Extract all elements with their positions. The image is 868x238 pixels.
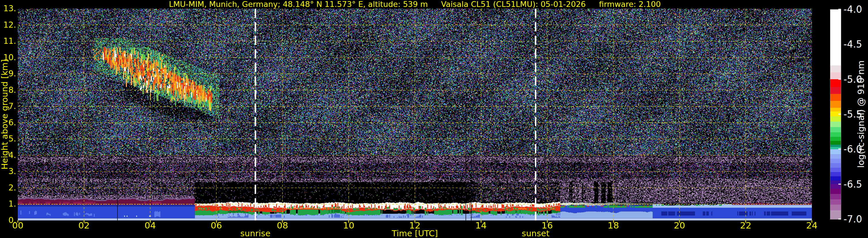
y-tick-label: 6.	[0, 119, 16, 127]
y-tick-label: 11.	[0, 37, 16, 45]
colorbar-tick-mark	[838, 219, 841, 219]
y-tick-label: 4.	[0, 151, 16, 159]
colorbar-tick-label: -7.0	[843, 214, 862, 224]
colorbar-segment	[830, 141, 841, 145]
colorbar-segment	[830, 87, 841, 94]
title-firmware: firmware: 2.100	[599, 0, 661, 8]
colorbar-segment	[830, 65, 841, 72]
y-tick-label: 2.	[0, 184, 16, 192]
colorbar-segment	[830, 176, 841, 180]
colorbar-segment	[830, 194, 841, 199]
x-axis-label: Time [UTC]	[392, 229, 438, 238]
colorbar-segment	[830, 132, 841, 137]
colorbar-segment	[830, 159, 841, 163]
x-tick-mark	[547, 220, 548, 223]
ceilometer-quicklook: LMU-MIM, Munich, Germany; 48.148° N 11.5…	[0, 0, 868, 238]
colorbar-segment	[830, 168, 841, 172]
y-tick-label: 13.	[0, 5, 16, 13]
x-tick-mark	[150, 220, 151, 223]
colorbar-segment	[830, 137, 841, 141]
y-tick-label: 5.	[0, 135, 16, 143]
y-tick-label: 7.	[0, 102, 16, 110]
colorbar-segment	[830, 122, 841, 127]
colorbar-segment	[830, 205, 841, 210]
x-tick-mark	[18, 220, 19, 223]
y-tick-label: 3.	[0, 168, 16, 176]
y-tick-label: 12.	[0, 21, 16, 29]
x-tick-mark	[480, 220, 482, 223]
colorbar-segment	[830, 72, 841, 79]
colorbar-segment	[830, 127, 841, 132]
colorbar-segment	[830, 149, 841, 154]
colorbar-tick-mark	[838, 114, 841, 115]
colorbar-segment	[830, 116, 841, 122]
colorbar-segment	[830, 145, 841, 147]
x-tick-mark	[348, 220, 349, 223]
colorbar-tick-mark	[838, 183, 841, 184]
colorbar-tick-label: -4.5	[843, 39, 862, 49]
colorbar-segment	[830, 189, 841, 194]
sunrise-label: sunrise	[240, 229, 271, 238]
y-tick-label: 8.	[0, 86, 16, 94]
colorbar-segment	[830, 184, 841, 189]
x-tick-mark	[812, 220, 812, 223]
colorbar-tick-mark	[838, 44, 841, 44]
y-tick-label: 1.	[0, 200, 16, 208]
colorbar-segment	[830, 163, 841, 168]
colorbar-segment	[830, 210, 841, 219]
colorbar-tick-mark	[838, 9, 841, 10]
colorbar-segment	[830, 9, 841, 65]
colorbar-segment	[830, 154, 841, 159]
sunset-label: sunset	[522, 229, 549, 238]
title-instrument: Vaisala CL51 (CL51LMU): 05-01-2026	[441, 0, 586, 8]
y-tick-label: 9.	[0, 70, 16, 78]
x-tick-mark	[414, 220, 415, 223]
colorbar-tick-mark	[838, 79, 841, 80]
colorbar-segment	[830, 108, 841, 112]
colorbar-segment	[830, 94, 841, 101]
x-tick-mark	[613, 220, 614, 223]
colorbar-tick-label: -4.0	[843, 5, 862, 14]
x-tick-mark	[84, 220, 84, 223]
colorbar-segment	[830, 199, 841, 205]
plot-title: LMU-MIM, Munich, Germany; 48.148° N 11.5…	[18, 0, 812, 8]
colorbar-tick-mark	[838, 149, 841, 150]
x-tick-mark	[216, 220, 217, 223]
colorbar-segment	[830, 101, 841, 108]
colorbar-segment	[830, 172, 841, 176]
x-tick-mark	[745, 220, 746, 223]
y-tick-label: 10.	[0, 54, 16, 62]
x-tick-mark	[282, 220, 283, 223]
x-tick-mark	[679, 220, 680, 223]
colorbar-segment	[830, 79, 841, 87]
colorbar-tick-label: -6.5	[843, 179, 862, 189]
colorbar-label: log(rc-signal) @ 910 nm	[856, 60, 866, 168]
title-site: LMU-MIM, Munich, Germany; 48.148° N 11.5…	[169, 0, 428, 8]
backscatter-heatmap-canvas	[18, 9, 812, 220]
